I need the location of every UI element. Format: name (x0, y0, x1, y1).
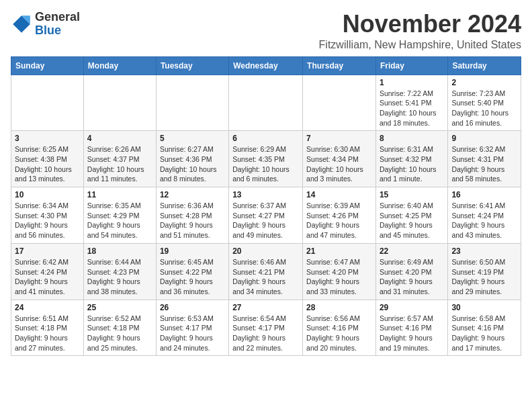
day-number: 8 (380, 134, 444, 143)
day-info: Sunrise: 6:46 AM Sunset: 4:21 PM Dayligh… (232, 257, 299, 297)
table-row: 16Sunrise: 6:41 AM Sunset: 4:24 PM Dayli… (448, 187, 521, 244)
logo-icon (11, 13, 32, 35)
day-number: 14 (306, 190, 372, 199)
table-row: 24Sunrise: 6:51 AM Sunset: 4:18 PM Dayli… (11, 300, 84, 356)
calendar: Sunday Monday Tuesday Wednesday Thursday… (11, 56, 521, 357)
day-number: 28 (306, 303, 372, 312)
title-section: November 2024 Fitzwilliam, New Hampshire… (319, 11, 521, 51)
table-row: 22Sunrise: 6:49 AM Sunset: 4:20 PM Dayli… (375, 243, 447, 300)
day-info: Sunrise: 6:52 AM Sunset: 4:18 PM Dayligh… (87, 314, 152, 353)
table-row: 30Sunrise: 6:58 AM Sunset: 4:16 PM Dayli… (448, 300, 521, 356)
day-info: Sunrise: 6:30 AM Sunset: 4:34 PM Dayligh… (306, 144, 372, 184)
calendar-week-5: 24Sunrise: 6:51 AM Sunset: 4:18 PM Dayli… (11, 300, 521, 356)
day-info: Sunrise: 6:53 AM Sunset: 4:17 PM Dayligh… (160, 314, 225, 353)
table-row: 1Sunrise: 7:22 AM Sunset: 5:41 PM Daylig… (375, 75, 447, 131)
day-number: 16 (451, 190, 517, 199)
day-number: 9 (451, 134, 517, 143)
day-number: 6 (232, 134, 299, 143)
table-row: 14Sunrise: 6:39 AM Sunset: 4:26 PM Dayli… (303, 187, 376, 244)
day-info: Sunrise: 6:47 AM Sunset: 4:20 PM Dayligh… (306, 257, 372, 297)
day-number: 29 (380, 303, 444, 312)
table-row: 11Sunrise: 6:35 AM Sunset: 4:29 PM Dayli… (83, 187, 156, 244)
day-number: 24 (15, 303, 80, 312)
day-info: Sunrise: 6:49 AM Sunset: 4:20 PM Dayligh… (380, 257, 444, 297)
day-number: 13 (232, 190, 299, 199)
day-number: 5 (160, 134, 225, 143)
table-row: 15Sunrise: 6:40 AM Sunset: 4:25 PM Dayli… (375, 187, 447, 244)
table-row: 27Sunrise: 6:54 AM Sunset: 4:17 PM Dayli… (229, 300, 303, 356)
day-info: Sunrise: 6:27 AM Sunset: 4:36 PM Dayligh… (160, 144, 225, 184)
table-row: 9Sunrise: 6:32 AM Sunset: 4:31 PM Daylig… (448, 131, 521, 187)
table-row: 23Sunrise: 6:50 AM Sunset: 4:19 PM Dayli… (448, 243, 521, 300)
header-monday: Monday (83, 56, 156, 75)
day-info: Sunrise: 6:44 AM Sunset: 4:23 PM Dayligh… (87, 257, 152, 297)
table-row: 26Sunrise: 6:53 AM Sunset: 4:17 PM Dayli… (156, 300, 228, 356)
header-tuesday: Tuesday (156, 56, 228, 75)
calendar-week-2: 3Sunrise: 6:25 AM Sunset: 4:38 PM Daylig… (11, 131, 521, 187)
table-row: 8Sunrise: 6:31 AM Sunset: 4:32 PM Daylig… (375, 131, 447, 187)
table-row: 17Sunrise: 6:42 AM Sunset: 4:24 PM Dayli… (11, 243, 84, 300)
calendar-week-3: 10Sunrise: 6:34 AM Sunset: 4:30 PM Dayli… (11, 187, 521, 244)
day-info: Sunrise: 6:50 AM Sunset: 4:19 PM Dayligh… (451, 257, 517, 297)
table-row: 28Sunrise: 6:56 AM Sunset: 4:16 PM Dayli… (303, 300, 376, 356)
calendar-header-row: Sunday Monday Tuesday Wednesday Thursday… (11, 56, 521, 75)
day-info: Sunrise: 6:32 AM Sunset: 4:31 PM Dayligh… (451, 144, 517, 184)
table-row (83, 75, 156, 131)
day-number: 23 (451, 246, 517, 256)
day-info: Sunrise: 6:37 AM Sunset: 4:27 PM Dayligh… (232, 201, 299, 240)
day-info: Sunrise: 6:51 AM Sunset: 4:18 PM Dayligh… (15, 314, 80, 353)
day-number: 27 (232, 303, 299, 312)
day-info: Sunrise: 6:40 AM Sunset: 4:25 PM Dayligh… (380, 201, 444, 240)
day-info: Sunrise: 6:25 AM Sunset: 4:38 PM Dayligh… (15, 144, 80, 184)
day-number: 20 (232, 246, 299, 256)
location: Fitzwilliam, New Hampshire, United State… (319, 39, 521, 51)
header-friday: Friday (375, 56, 447, 75)
day-number: 18 (87, 246, 152, 256)
day-info: Sunrise: 6:56 AM Sunset: 4:16 PM Dayligh… (306, 314, 372, 353)
day-number: 12 (160, 190, 225, 199)
day-info: Sunrise: 6:42 AM Sunset: 4:24 PM Dayligh… (15, 257, 80, 297)
calendar-week-1: 1Sunrise: 7:22 AM Sunset: 5:41 PM Daylig… (11, 75, 521, 131)
day-info: Sunrise: 6:34 AM Sunset: 4:30 PM Dayligh… (15, 201, 80, 240)
day-number: 22 (380, 246, 444, 256)
day-number: 7 (306, 134, 372, 143)
day-number: 25 (87, 303, 152, 312)
day-info: Sunrise: 7:22 AM Sunset: 5:41 PM Dayligh… (380, 89, 444, 128)
header-sunday: Sunday (11, 56, 84, 75)
day-number: 4 (87, 134, 152, 143)
table-row: 7Sunrise: 6:30 AM Sunset: 4:34 PM Daylig… (303, 131, 376, 187)
logo-text: General Blue (35, 11, 80, 38)
table-row: 3Sunrise: 6:25 AM Sunset: 4:38 PM Daylig… (11, 131, 84, 187)
table-row: 6Sunrise: 6:29 AM Sunset: 4:35 PM Daylig… (229, 131, 303, 187)
table-row: 2Sunrise: 7:23 AM Sunset: 5:40 PM Daylig… (448, 75, 521, 131)
table-row: 4Sunrise: 6:26 AM Sunset: 4:37 PM Daylig… (83, 131, 156, 187)
header-thursday: Thursday (303, 56, 376, 75)
table-row: 10Sunrise: 6:34 AM Sunset: 4:30 PM Dayli… (11, 187, 84, 244)
header-saturday: Saturday (448, 56, 521, 75)
day-info: Sunrise: 6:29 AM Sunset: 4:35 PM Dayligh… (232, 144, 299, 184)
table-row: 29Sunrise: 6:57 AM Sunset: 4:16 PM Dayli… (375, 300, 447, 356)
day-info: Sunrise: 6:54 AM Sunset: 4:17 PM Dayligh… (232, 314, 299, 353)
day-info: Sunrise: 6:45 AM Sunset: 4:22 PM Dayligh… (160, 257, 225, 297)
day-number: 2 (451, 78, 517, 87)
day-number: 19 (160, 246, 225, 256)
calendar-week-4: 17Sunrise: 6:42 AM Sunset: 4:24 PM Dayli… (11, 243, 521, 300)
day-info: Sunrise: 6:58 AM Sunset: 4:16 PM Dayligh… (451, 314, 517, 353)
table-row: 20Sunrise: 6:46 AM Sunset: 4:21 PM Dayli… (229, 243, 303, 300)
table-row (303, 75, 376, 131)
table-row: 13Sunrise: 6:37 AM Sunset: 4:27 PM Dayli… (229, 187, 303, 244)
day-number: 11 (87, 190, 152, 199)
table-row (11, 75, 84, 131)
day-number: 1 (380, 78, 444, 87)
day-number: 26 (160, 303, 225, 312)
month-title: November 2024 (319, 11, 521, 38)
day-number: 21 (306, 246, 372, 256)
day-info: Sunrise: 6:26 AM Sunset: 4:37 PM Dayligh… (87, 144, 152, 184)
table-row: 12Sunrise: 6:36 AM Sunset: 4:28 PM Dayli… (156, 187, 228, 244)
table-row: 21Sunrise: 6:47 AM Sunset: 4:20 PM Dayli… (303, 243, 376, 300)
day-info: Sunrise: 6:39 AM Sunset: 4:26 PM Dayligh… (306, 201, 372, 240)
day-info: Sunrise: 6:57 AM Sunset: 4:16 PM Dayligh… (380, 314, 444, 353)
day-number: 10 (15, 190, 80, 199)
day-number: 17 (15, 246, 80, 256)
table-row: 19Sunrise: 6:45 AM Sunset: 4:22 PM Dayli… (156, 243, 228, 300)
